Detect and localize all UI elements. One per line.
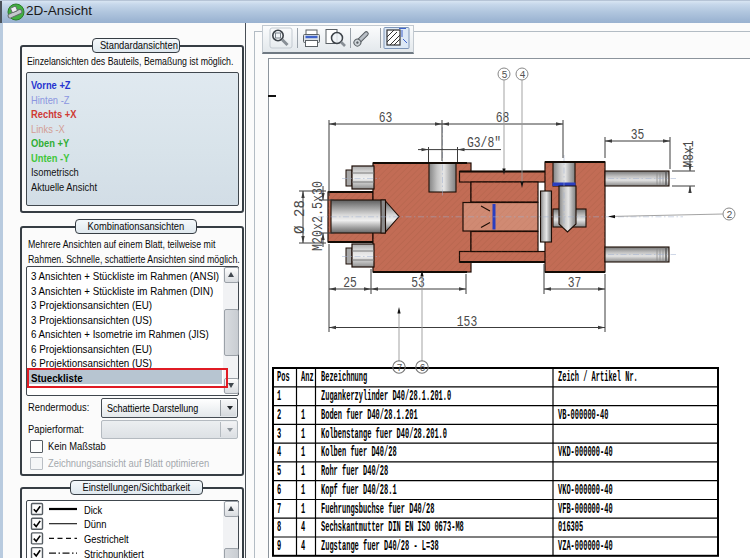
svg-text:Zugstange fuer D40/28 - L=38: Zugstange fuer D40/28 - L=38 xyxy=(321,538,439,555)
svg-text:Pos: Pos xyxy=(277,369,290,386)
svg-text:1: 1 xyxy=(301,482,305,499)
svg-text:4: 4 xyxy=(277,444,281,461)
svg-text:25: 25 xyxy=(343,275,357,292)
svg-text:7: 7 xyxy=(277,501,281,518)
svg-text:2: 2 xyxy=(726,210,732,221)
svg-text:5: 5 xyxy=(277,463,281,480)
svg-text:016305: 016305 xyxy=(558,519,583,536)
svg-text:VKD-000000-40: VKD-000000-40 xyxy=(558,444,613,461)
svg-text:Fuehrungsbuchse fuer D40/28: Fuehrungsbuchse fuer D40/28 xyxy=(321,501,434,518)
svg-text:4: 4 xyxy=(301,538,305,555)
svg-text:1: 1 xyxy=(301,444,305,461)
svg-text:G3/8": G3/8" xyxy=(467,135,501,152)
svg-text:Kolbenstange fuer D40/28.201.0: Kolbenstange fuer D40/28.201.0 xyxy=(321,426,447,443)
svg-text:7: 7 xyxy=(396,363,402,374)
svg-text:3: 3 xyxy=(277,426,281,443)
svg-text:1: 1 xyxy=(301,463,305,480)
svg-text:Zugankerzylinder D40/28.1.201.: Zugankerzylinder D40/28.1.201.0 xyxy=(321,388,451,405)
svg-text:53: 53 xyxy=(411,275,425,292)
svg-text:Kopf fuer D40/28.1: Kopf fuer D40/28.1 xyxy=(321,482,397,499)
svg-text:9: 9 xyxy=(277,538,281,555)
svg-text:M20x2.5x30: M20x2.5x30 xyxy=(310,181,327,251)
svg-text:1: 1 xyxy=(277,388,281,405)
svg-text:VFB-000000-40: VFB-000000-40 xyxy=(558,501,613,518)
svg-text:Rohr fuer D40/28: Rohr fuer D40/28 xyxy=(321,463,388,480)
svg-text:6: 6 xyxy=(277,482,281,499)
svg-text:37: 37 xyxy=(568,275,582,292)
svg-text:63: 63 xyxy=(379,110,393,127)
svg-text:VZA-000000-40: VZA-000000-40 xyxy=(558,538,613,555)
svg-text:Anz: Anz xyxy=(301,369,314,386)
svg-text:4: 4 xyxy=(519,70,525,81)
svg-text:153: 153 xyxy=(457,314,477,331)
svg-text:Boden fuer D40/28.1.201: Boden fuer D40/28.1.201 xyxy=(321,407,418,424)
svg-text:Kolben fuer D40/28: Kolben fuer D40/28 xyxy=(321,444,397,461)
svg-text:2: 2 xyxy=(277,407,281,424)
svg-text:6: 6 xyxy=(419,363,425,374)
svg-text:Zeich / Artikel Nr.: Zeich / Artikel Nr. xyxy=(558,369,638,386)
svg-text:Bezeichnung: Bezeichnung xyxy=(321,369,367,386)
svg-text:Sechskantmutter DIN EN ISO 067: Sechskantmutter DIN EN ISO 0673-M8 xyxy=(321,519,464,536)
svg-text:68: 68 xyxy=(496,110,510,127)
svg-text:1: 1 xyxy=(301,426,305,443)
svg-text:M8x1: M8x1 xyxy=(681,140,698,167)
svg-text:5: 5 xyxy=(501,70,507,81)
svg-text:35: 35 xyxy=(631,127,645,144)
svg-text:1: 1 xyxy=(301,501,305,518)
svg-text:Ø 28: Ø 28 xyxy=(292,200,309,234)
svg-text:1: 1 xyxy=(301,407,305,424)
svg-text:8: 8 xyxy=(277,519,281,536)
svg-text:VKO-000000-40: VKO-000000-40 xyxy=(558,482,613,499)
svg-text:4: 4 xyxy=(301,519,305,536)
svg-text:VB-000000-40: VB-000000-40 xyxy=(558,407,608,424)
